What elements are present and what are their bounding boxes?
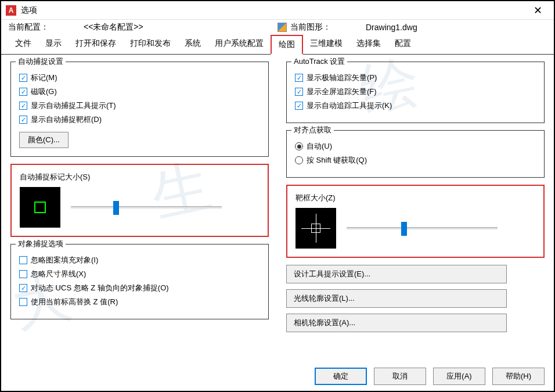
track-tooltip-label: 显示自动追踪工具提示(K) — [307, 100, 392, 111]
replace-z-label: 使用当前标高替换 Z 值(R) — [31, 297, 118, 307]
osnap-options-group: 对象捕捉选项 忽略图案填充对象(I) 忽略尺寸界线(X) 对动态 UCS 忽略 … — [10, 244, 269, 319]
camera-glyph-button[interactable]: 相机轮廓设置(A)... — [286, 314, 507, 332]
tooltip-label: 显示自动捕捉工具提示(T) — [31, 100, 116, 111]
autotrack-legend: AutoTrack 设置 — [291, 56, 347, 67]
ignore-dim-checkbox[interactable] — [19, 270, 27, 278]
tab-user-pref[interactable]: 用户系统配置 — [208, 35, 271, 54]
fullscreen-checkbox[interactable] — [295, 88, 303, 96]
polar-row[interactable]: 显示极轴追踪矢量(P) — [295, 73, 536, 83]
marker-size-slider[interactable] — [71, 206, 222, 208]
aperture-icon — [301, 214, 330, 243]
ignore-z-row[interactable]: 对动态 UCS 忽略 Z 轴负向的对象捕捉(O) — [19, 283, 260, 293]
snap-marker-icon — [34, 202, 46, 213]
aperture-size-slider[interactable] — [347, 227, 498, 229]
window-title: 选项 — [21, 5, 526, 16]
autosnap-legend: 自动捕捉设置 — [16, 56, 66, 67]
current-config-value: <<未命名配置>> — [84, 22, 143, 33]
drawing-icon — [278, 23, 287, 32]
marker-slider-thumb[interactable] — [113, 201, 119, 215]
fullscreen-label: 显示全屏追踪矢量(F) — [307, 87, 377, 97]
auto-label: 自动(U) — [307, 141, 332, 152]
marker-size-group: 自动捕捉标记大小(S) — [10, 164, 269, 237]
ignore-hatch-row[interactable]: 忽略图案填充对象(I) — [19, 255, 260, 265]
tab-open-save[interactable]: 打开和保存 — [69, 35, 123, 54]
alignment-group: 对齐点获取 自动(U) 按 Shift 键获取(Q) — [286, 130, 545, 178]
magnet-label: 磁吸(G) — [31, 87, 57, 97]
shift-label: 按 Shift 键获取(Q) — [307, 155, 367, 166]
track-tooltip-row[interactable]: 显示自动追踪工具提示(K) — [295, 100, 536, 111]
tab-selection[interactable]: 选择集 — [349, 35, 388, 54]
auto-radio[interactable] — [295, 142, 303, 150]
left-column: 自动捕捉设置 标记(M) 磁吸(G) 显示自动捕捉工具提示(T) 显示自动捕捉靶… — [10, 62, 269, 361]
marker-checkbox[interactable] — [19, 74, 27, 82]
current-drawing-value: Drawing1.dwg — [366, 23, 417, 32]
aperture-checkbox[interactable] — [19, 116, 27, 124]
ignore-z-checkbox[interactable] — [19, 284, 27, 292]
help-button[interactable]: 帮助(H) — [492, 368, 545, 385]
close-button[interactable]: ✕ — [526, 2, 549, 19]
marker-checkbox-row[interactable]: 标记(M) — [19, 73, 260, 83]
auto-radio-row[interactable]: 自动(U) — [295, 141, 536, 152]
tooltip-checkbox[interactable] — [19, 102, 27, 110]
alignment-legend: 对齐点获取 — [291, 125, 334, 135]
magnet-checkbox-row[interactable]: 磁吸(G) — [19, 87, 260, 97]
ignore-dim-label: 忽略尺寸界线(X) — [31, 269, 86, 279]
fullscreen-row[interactable]: 显示全屏追踪矢量(F) — [295, 87, 536, 97]
tabs: 文件 显示 打开和保存 打印和发布 系统 用户系统配置 绘图 三维建模 选择集 … — [1, 35, 554, 55]
content: 自动捕捉设置 标记(M) 磁吸(G) 显示自动捕捉工具提示(T) 显示自动捕捉靶… — [1, 55, 554, 368]
aperture-preview — [295, 208, 336, 249]
tab-system[interactable]: 系统 — [178, 35, 208, 54]
tab-plot-publish[interactable]: 打印和发布 — [123, 35, 178, 54]
osnap-legend: 对象捕捉选项 — [16, 239, 66, 249]
ignore-z-label: 对动态 UCS 忽略 Z 轴负向的对象捕捉(O) — [31, 283, 169, 293]
replace-z-row[interactable]: 使用当前标高替换 Z 值(R) — [19, 297, 260, 307]
tab-3d-modeling[interactable]: 三维建模 — [303, 35, 349, 54]
replace-z-checkbox[interactable] — [19, 298, 27, 306]
ignore-dim-row[interactable]: 忽略尺寸界线(X) — [19, 269, 260, 279]
tab-file[interactable]: 文件 — [8, 35, 38, 54]
aperture-size-group: 靶框大小(Z) — [286, 185, 545, 258]
polar-checkbox[interactable] — [295, 74, 303, 82]
current-drawing-label: 当前图形： — [290, 22, 331, 33]
current-config-label: 当前配置： — [8, 22, 49, 33]
polar-label: 显示极轴追踪矢量(P) — [307, 73, 377, 83]
magnet-checkbox[interactable] — [19, 88, 27, 96]
shift-radio-row[interactable]: 按 Shift 键获取(Q) — [295, 155, 536, 166]
cancel-button[interactable]: 取消 — [374, 368, 426, 385]
tab-profiles[interactable]: 配置 — [388, 35, 418, 54]
right-column: AutoTrack 设置 显示极轴追踪矢量(P) 显示全屏追踪矢量(F) 显示自… — [286, 62, 545, 361]
app-icon: A — [6, 5, 16, 16]
titlebar: A 选项 ✕ — [1, 1, 554, 20]
color-button[interactable]: 颜色(C)... — [19, 132, 69, 148]
autotrack-group: AutoTrack 设置 显示极轴追踪矢量(P) 显示全屏追踪矢量(F) 显示自… — [286, 62, 545, 123]
header-row: 当前配置： <<未命名配置>> 当前图形： Drawing1.dwg — [1, 20, 554, 35]
options-dialog: 绘 生 大 A 选项 ✕ 当前配置： <<未命名配置>> 当前图形： Drawi… — [1, 1, 554, 391]
aperture-size-label: 靶框大小(Z) — [295, 193, 535, 203]
track-tooltip-checkbox[interactable] — [295, 102, 303, 110]
ignore-hatch-label: 忽略图案填充对象(I) — [31, 255, 98, 265]
footer: 确定 取消 应用(A) 帮助(H) — [315, 368, 545, 385]
tooltip-checkbox-row[interactable]: 显示自动捕捉工具提示(T) — [19, 100, 260, 111]
drafting-tooltip-button[interactable]: 设计工具提示设置(E)... — [286, 265, 507, 283]
marker-preview — [20, 187, 60, 228]
aperture-label: 显示自动捕捉靶框(D) — [31, 114, 102, 125]
tab-drafting[interactable]: 绘图 — [271, 35, 303, 55]
autosnap-settings-group: 自动捕捉设置 标记(M) 磁吸(G) 显示自动捕捉工具提示(T) 显示自动捕捉靶… — [10, 62, 269, 157]
tab-display[interactable]: 显示 — [38, 35, 69, 54]
light-glyph-button[interactable]: 光线轮廓设置(L)... — [286, 289, 507, 308]
aperture-checkbox-row[interactable]: 显示自动捕捉靶框(D) — [19, 114, 260, 125]
apply-button[interactable]: 应用(A) — [433, 368, 485, 385]
shift-radio[interactable] — [295, 156, 303, 164]
ignore-hatch-checkbox[interactable] — [19, 256, 27, 264]
aperture-slider-thumb[interactable] — [401, 222, 407, 236]
ok-button[interactable]: 确定 — [315, 368, 367, 385]
marker-label: 标记(M) — [31, 73, 57, 83]
marker-size-label: 自动捕捉标记大小(S) — [20, 172, 260, 182]
